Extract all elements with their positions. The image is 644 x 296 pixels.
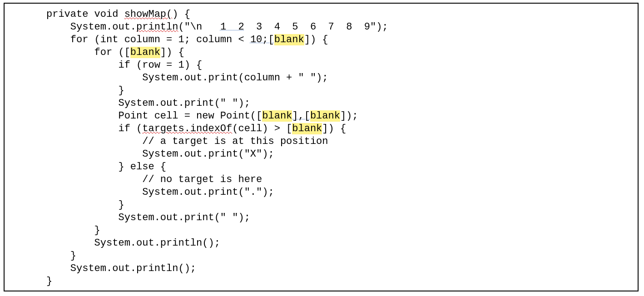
line-15: System.out.print("."); [46,187,274,198]
line-21: System.out.println(); [46,263,196,274]
line-5: if (row = 1) { [46,59,202,71]
code-block: private void showMap() { System.out.prin… [5,8,638,288]
comma-underlined: ],[ [292,110,310,122]
line-4: for ([blank]) { [46,47,184,58]
line-14: // no target is here [46,174,262,185]
method-name: showMap( [124,9,173,20]
targets-underlined: targets.indexOf [142,123,232,134]
line-1: private void showMap() { [46,9,190,20]
line-13: } else { [46,161,166,173]
line-3: for (int column = 1; column < 10;[blank]… [46,34,328,45]
code-frame: private void showMap() { System.out.prin… [4,3,639,291]
line-20: } [46,250,76,261]
line-12: System.out.print("X"); [46,148,274,160]
line-10: if (targets.indexOf(cell) > [blank]) { [46,123,346,134]
line-18: } [46,225,100,236]
line-16: } [46,199,124,211]
line-2: System.out.println("\n 1 2 3 4 5 6 7 8 9… [46,21,388,33]
blank-3: blank [262,110,292,122]
line-7: } [46,85,124,96]
line-9: Point cell = new Point([blank],[blank]); [46,110,358,122]
blank-1: blank [274,34,304,45]
line-22: } [46,276,52,287]
line-6: System.out.print(column + " "); [46,72,328,84]
line-19: System.out.println(); [46,237,220,249]
line-11: // a target is at this position [46,136,328,147]
line-17: System.out.print(" "); [46,212,250,223]
blank-5: blank [292,123,322,134]
blank-2: blank [130,47,160,58]
line-8: System.out.print(" "); [46,98,250,109]
ten-underlined: 10;[ [250,34,274,45]
blank-4: blank [310,110,340,122]
num-underlined: 1 2 [220,21,244,33]
println-underlined: println [136,21,178,33]
